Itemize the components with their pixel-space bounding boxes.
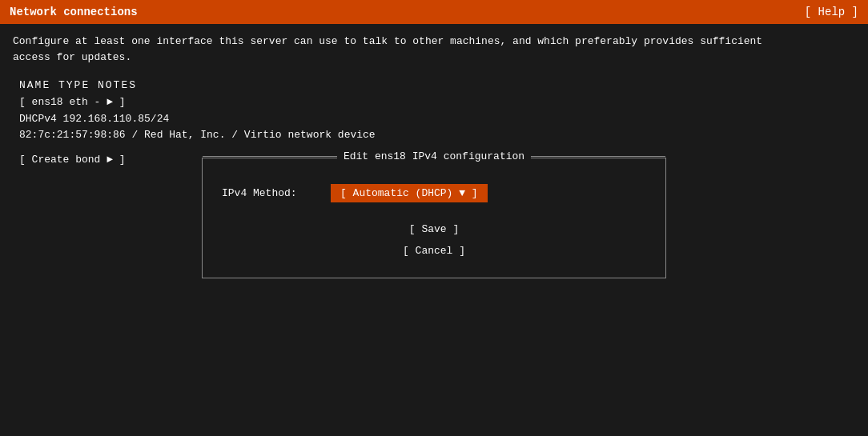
modal-body: IPv4 Method: [ Automatic (DHCP) ▼ ] [ Sa…: [222, 184, 646, 258]
modal-buttons: [ Save ] [ Cancel ]: [222, 222, 646, 258]
ipv4-method-label: IPv4 Method:: [222, 187, 318, 199]
cancel-button[interactable]: [ Cancel ]: [403, 243, 465, 258]
save-button[interactable]: [ Save ]: [409, 222, 459, 237]
modal-title-line-left: [203, 156, 337, 157]
modal-title-line-right: [531, 156, 665, 157]
ipv4-method-dropdown[interactable]: [ Automatic (DHCP) ▼ ]: [331, 184, 488, 202]
ipv4-method-row: IPv4 Method: [ Automatic (DHCP) ▼ ]: [222, 184, 646, 202]
modal-overlay: Edit ens18 IPv4 configuration IPv4 Metho…: [0, 0, 868, 436]
modal-title: Edit ens18 IPv4 configuration: [337, 150, 531, 162]
edit-ipv4-modal: Edit ens18 IPv4 configuration IPv4 Metho…: [202, 158, 666, 278]
modal-title-bar: Edit ens18 IPv4 configuration: [203, 150, 665, 162]
